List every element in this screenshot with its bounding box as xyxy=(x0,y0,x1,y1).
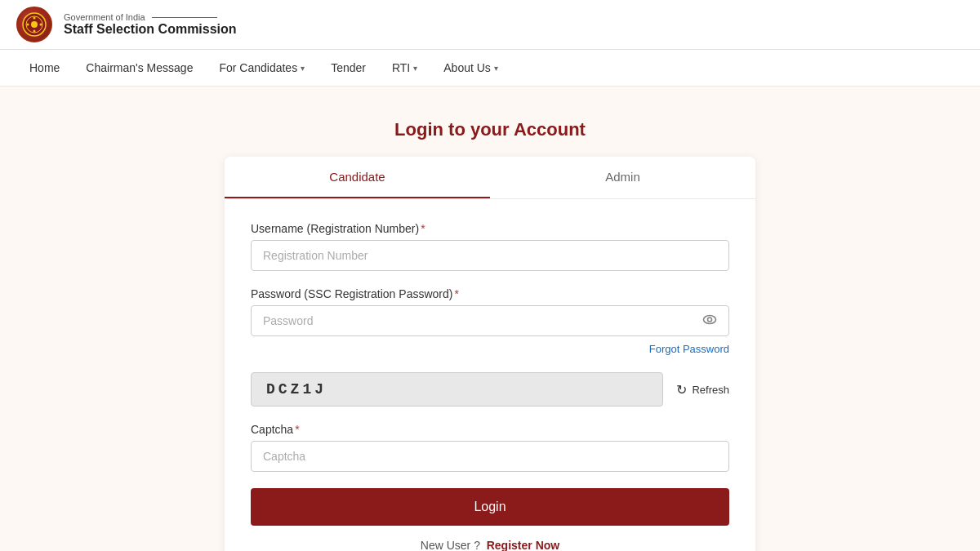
svg-point-3 xyxy=(33,17,36,20)
nav-for-candidates[interactable]: For Candidates ▾ xyxy=(206,50,318,86)
chevron-down-icon: ▾ xyxy=(413,64,417,73)
username-input[interactable] xyxy=(251,240,729,271)
svg-point-6 xyxy=(40,24,42,26)
captcha-image: DCZ1J xyxy=(251,372,663,407)
login-button[interactable]: Login xyxy=(251,488,729,526)
password-wrapper xyxy=(251,305,729,336)
main-content: Login to your Account Candidate Admin Us… xyxy=(0,87,980,551)
required-indicator: * xyxy=(295,423,299,436)
svg-point-4 xyxy=(33,30,36,33)
nav-chairmans-message[interactable]: Chairman's Message xyxy=(73,50,206,86)
required-indicator: * xyxy=(421,222,425,235)
refresh-icon: ↻ xyxy=(676,382,687,398)
nav-tender[interactable]: Tender xyxy=(318,50,379,86)
svg-point-8 xyxy=(708,318,712,322)
login-wrapper: Login to your Account Candidate Admin Us… xyxy=(225,119,755,551)
login-tabs: Candidate Admin xyxy=(225,157,755,199)
chevron-down-icon: ▾ xyxy=(301,64,305,73)
login-title: Login to your Account xyxy=(225,119,755,140)
captcha-display-row: DCZ1J ↻ Refresh xyxy=(251,372,729,407)
svg-point-7 xyxy=(704,316,716,324)
header-text: Government of India Staff Selection Comm… xyxy=(64,12,237,37)
captcha-group: Captcha* xyxy=(251,423,729,472)
password-group: Password (SSC Registration Password)* Fo… xyxy=(251,287,729,356)
svg-point-5 xyxy=(27,24,29,26)
site-header: Government of India Staff Selection Comm… xyxy=(0,0,980,50)
forgot-password-link-wrapper: Forgot Password xyxy=(251,341,729,356)
svg-point-2 xyxy=(31,21,38,28)
nav-home[interactable]: Home xyxy=(16,50,73,86)
nav-rti[interactable]: RTI ▾ xyxy=(379,50,430,86)
password-label: Password (SSC Registration Password)* xyxy=(251,287,729,300)
tab-candidate[interactable]: Candidate xyxy=(225,157,490,198)
tab-admin[interactable]: Admin xyxy=(490,157,755,198)
logo xyxy=(16,7,52,42)
username-group: Username (Registration Number)* xyxy=(251,222,729,271)
nav-about-us[interactable]: About Us ▾ xyxy=(430,50,511,86)
org-label: Staff Selection Commission xyxy=(64,22,237,37)
register-row: New User ? Register Now xyxy=(251,539,729,551)
username-label: Username (Registration Number)* xyxy=(251,222,729,235)
password-input[interactable] xyxy=(251,305,729,336)
login-form: Username (Registration Number)* Password… xyxy=(225,199,755,551)
register-now-link[interactable]: Register Now xyxy=(487,539,559,551)
chevron-down-icon: ▾ xyxy=(494,64,498,73)
login-card: Candidate Admin Username (Registration N… xyxy=(225,157,755,551)
captcha-input[interactable] xyxy=(251,441,729,472)
navbar: Home Chairman's Message For Candidates ▾… xyxy=(0,50,980,87)
gov-label: Government of India xyxy=(64,12,237,22)
required-indicator: * xyxy=(454,287,458,300)
forgot-password-link[interactable]: Forgot Password xyxy=(649,343,729,355)
refresh-captcha-button[interactable]: ↻ Refresh xyxy=(676,382,729,398)
captcha-label: Captcha* xyxy=(251,423,729,436)
eye-icon xyxy=(702,312,718,328)
toggle-password-button[interactable] xyxy=(698,309,721,334)
